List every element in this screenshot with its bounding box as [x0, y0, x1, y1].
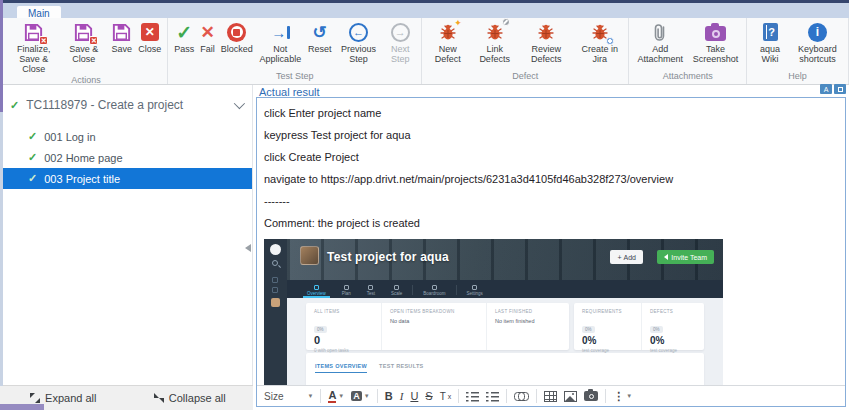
shot-tab-test: Test: [359, 285, 383, 298]
next-step-button[interactable]: → Next Step: [382, 21, 418, 64]
field-maximize-button[interactable]: [834, 84, 846, 94]
editor-paragraph: click Enter project name: [264, 107, 839, 119]
link-badge-icon: [502, 18, 510, 26]
take-screenshot-button[interactable]: Take Screenshot: [688, 21, 743, 64]
testcase-title: TC1118979 - Create a project: [26, 98, 183, 112]
caret-down-icon: ▼: [338, 393, 344, 399]
insert-image-button[interactable]: [564, 391, 577, 402]
insert-link-button[interactable]: [514, 392, 529, 400]
info-circle-icon: i: [808, 21, 827, 43]
fail-x-icon: ✕: [200, 21, 214, 43]
close-icon: ✕: [141, 21, 159, 43]
font-size-dropdown[interactable]: Size ▼: [264, 391, 313, 402]
red-x-badge-icon: ✕: [39, 36, 48, 45]
bug-review-icon: [536, 21, 556, 43]
tree-item-testcase[interactable]: ✓ TC1118979 - Create a project: [10, 98, 242, 112]
jira-badge-icon: [606, 37, 614, 45]
save-finalize-icon: ✕: [23, 21, 44, 43]
field-font-button[interactable]: A: [820, 84, 832, 94]
add-attachment-button[interactable]: Add Attachment: [632, 21, 687, 64]
previous-step-button[interactable]: ← Previous Step: [334, 21, 382, 64]
items-overview-card: ITEMS OVERVIEW TEST RESULTS: [306, 353, 704, 385]
actual-result-editor[interactable]: click Enter project name keypress Test p…: [256, 97, 846, 407]
ordered-list-icon: [466, 391, 479, 402]
coverage-card: REQUIREMENTS 0% 0% test coverage DEFECTS…: [574, 303, 704, 350]
italic-button[interactable]: I: [400, 390, 404, 402]
check-icon: ✓: [28, 172, 37, 185]
fail-button[interactable]: ✕ Fail: [197, 21, 218, 54]
ribbon: ✕ Finalize, Save & Close ✕ Save & Close …: [0, 18, 849, 85]
plan-icon: [344, 285, 349, 290]
test-step-tree-panel: ✓ TC1118979 - Create a project ✓ 001 Log…: [0, 85, 253, 385]
screenshot-header: Test project for aqua + Add Invite Team: [287, 239, 723, 280]
ribbon-group-actions: ✕ Finalize, Save & Close ✕ Save & Close …: [5, 18, 168, 84]
tree-item-step-003[interactable]: ✓ 003 Project title: [0, 168, 252, 189]
save-button[interactable]: Save: [108, 21, 135, 54]
shot-tab-boardroom: Boardroom: [415, 285, 453, 298]
scale-icon: [394, 285, 399, 290]
reset-icon: ↺: [313, 21, 327, 43]
chevron-down-icon[interactable]: [234, 98, 245, 109]
keyboard-shortcuts-button[interactable]: i Keyboard shortcuts: [790, 21, 845, 64]
window-edge: [0, 404, 44, 410]
bullet-list-button[interactable]: [486, 391, 499, 402]
not-applicable-button[interactable]: → Not Applicable: [256, 21, 305, 64]
window-edge: [0, 0, 3, 112]
check-icon: ✓: [10, 99, 19, 112]
panel-collapse-handle[interactable]: [245, 244, 251, 252]
insert-screenshot-button[interactable]: [584, 391, 598, 401]
bold-button[interactable]: B: [385, 390, 393, 402]
bug-link-icon: [485, 21, 505, 43]
editor-paragraph: click Create Project: [264, 151, 839, 163]
save-close-icon: ✕: [73, 21, 94, 43]
spark-badge-icon: ✦: [454, 18, 462, 28]
nav-separator: [456, 285, 457, 295]
create-in-jira-button[interactable]: Create in Jira: [574, 21, 626, 64]
close-button[interactable]: ✕ Close: [135, 21, 164, 54]
underline-button[interactable]: U: [410, 390, 418, 402]
group-label-test-step: Test Step: [171, 70, 418, 84]
more-options-button[interactable]: ⋮ ▼: [613, 390, 632, 403]
caret-down-icon: ▼: [626, 393, 632, 399]
editor-content[interactable]: click Enter project name keypress Test p…: [257, 98, 845, 385]
wiki-book-icon: ?: [763, 21, 778, 43]
finalize-save-close-button[interactable]: ✕ Finalize, Save & Close: [8, 21, 59, 74]
ordered-list-button[interactable]: [466, 391, 479, 402]
review-defects-button[interactable]: Review Defects: [519, 21, 574, 64]
bug-jira-icon: [590, 21, 610, 43]
search-icon: [272, 260, 278, 266]
link-defects-button[interactable]: Link Defects: [471, 21, 519, 64]
tree-item-step-001[interactable]: ✓ 001 Log in: [0, 126, 252, 147]
shot-tab-plan: Plan: [334, 285, 359, 298]
project-title: Test project for aqua: [327, 250, 449, 264]
new-defect-button[interactable]: ✦ New Defect: [425, 21, 471, 64]
project-avatar: [300, 246, 319, 265]
save-and-close-button[interactable]: ✕ Save & Close: [59, 21, 108, 64]
group-label-help: Help: [750, 70, 845, 84]
logo-icon: [270, 244, 281, 255]
home-icon: [314, 285, 319, 290]
ribbon-group-attachments: Add Attachment Take Screenshot Attachmen…: [629, 18, 747, 84]
image-icon: [564, 391, 577, 402]
aqua-wiki-button[interactable]: ? aqua Wiki: [750, 21, 790, 64]
group-label-attachments: Attachments: [632, 70, 743, 84]
field-mini-buttons: A: [820, 84, 846, 94]
camera-icon: [705, 21, 726, 43]
link-icon: [514, 392, 529, 400]
pass-button[interactable]: ✓ Pass: [171, 21, 197, 54]
clear-formatting-button[interactable]: Tx: [440, 391, 452, 402]
blocked-button[interactable]: Blocked: [218, 21, 256, 54]
background-color-button[interactable]: A ▼: [351, 391, 369, 401]
settings-icon: [472, 285, 477, 290]
expand-icon: [30, 393, 40, 403]
table-icon: [544, 391, 557, 402]
collapse-all-button[interactable]: Collapse all: [127, 386, 254, 410]
bug-new-icon: ✦: [438, 21, 458, 43]
invite-team-button: Invite Team: [657, 250, 714, 264]
text-color-button[interactable]: A ▼: [328, 390, 344, 403]
insert-table-button[interactable]: [544, 391, 557, 402]
reset-button[interactable]: ↺ Reset: [305, 21, 335, 54]
check-icon: ✓: [28, 151, 37, 164]
strikethrough-button[interactable]: S: [425, 390, 432, 402]
tree-item-step-002[interactable]: ✓ 002 Home page: [0, 147, 252, 168]
